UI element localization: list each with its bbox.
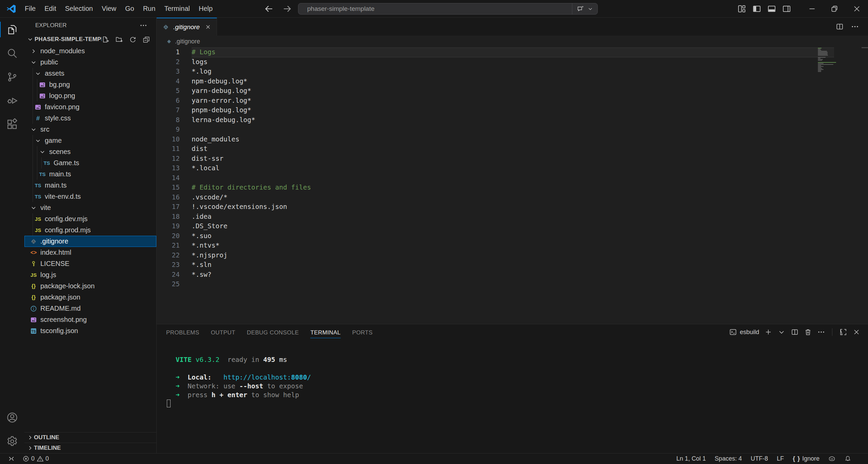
- line-text: .vscode/*: [192, 193, 834, 202]
- line-text: [192, 173, 834, 183]
- explorer-more-actions-button[interactable]: [139, 21, 147, 30]
- error-count: 0: [31, 455, 35, 462]
- customize-layout-icon[interactable]: [737, 4, 747, 14]
- tree-item-logo.png[interactable]: logo.png: [24, 90, 156, 101]
- tree-item-Game.ts[interactable]: TSGame.ts: [24, 157, 156, 169]
- launch-profile-chevron-icon[interactable]: [777, 328, 786, 336]
- tree-item-LICENSE[interactable]: LICENSE: [24, 258, 156, 269]
- forward-arrow-icon[interactable]: [282, 4, 292, 14]
- indentation[interactable]: Spaces: 4: [712, 455, 745, 462]
- breadcrumb[interactable]: .gitignore: [157, 36, 868, 47]
- activity-settings[interactable]: [0, 429, 24, 453]
- refresh-icon[interactable]: [129, 36, 137, 43]
- workspace-section-header[interactable]: PHASER-SIMPLE-TEMPL...: [24, 33, 156, 45]
- tree-item-vite[interactable]: vite: [24, 202, 156, 213]
- line-number: 16: [157, 193, 192, 202]
- panel-tab-debug-console[interactable]: DEBUG CONSOLE: [247, 326, 299, 338]
- tree-item-tsconfig.json[interactable]: TStsconfig.json: [24, 325, 156, 336]
- new-terminal-icon[interactable]: [764, 328, 772, 336]
- toggle-primary-sidebar-icon[interactable]: [752, 4, 762, 14]
- tree-item-assets[interactable]: assets: [24, 68, 156, 79]
- code-line: 14: [157, 173, 868, 183]
- close-window-button[interactable]: [846, 0, 868, 18]
- menu-view[interactable]: View: [97, 0, 121, 17]
- panel-tab-problems[interactable]: PROBLEMS: [166, 326, 199, 338]
- menu-help[interactable]: Help: [194, 0, 217, 17]
- command-center[interactable]: phaser-simple-template: [298, 3, 598, 15]
- new-folder-icon[interactable]: [115, 36, 123, 43]
- tree-item-log.js[interactable]: JSlog.js: [24, 269, 156, 281]
- activity-search[interactable]: [0, 41, 24, 65]
- activity-extensions[interactable]: [0, 113, 24, 136]
- back-arrow-icon[interactable]: [264, 4, 274, 14]
- panel-tab-ports[interactable]: PORTS: [352, 326, 373, 338]
- toggle-secondary-sidebar-icon[interactable]: [782, 4, 791, 14]
- minimize-button[interactable]: [801, 0, 823, 18]
- kill-terminal-icon[interactable]: [804, 328, 812, 336]
- new-file-icon[interactable]: [102, 36, 110, 43]
- activity-source-control[interactable]: [0, 65, 24, 89]
- eol-sequence[interactable]: LF: [774, 455, 787, 462]
- sidebar-title-row: EXPLORER: [24, 18, 156, 33]
- activity-accounts[interactable]: [0, 406, 24, 429]
- code-editor[interactable]: 1# Logs2logs3*.log4npm-debug.log*5yarn-d…: [157, 47, 868, 324]
- tree-item-package-lock.json[interactable]: {}package-lock.json: [24, 281, 156, 292]
- maximize-panel-icon[interactable]: [839, 328, 847, 336]
- toggle-panel-icon[interactable]: [767, 4, 776, 14]
- terminal-instance[interactable]: esbuild: [729, 328, 759, 336]
- problems-indicator[interactable]: 0 0: [19, 455, 52, 462]
- panel-tab-terminal[interactable]: TERMINAL: [310, 326, 340, 338]
- tree-item-public[interactable]: public: [24, 57, 156, 68]
- tree-item-node_modules[interactable]: node_modules: [24, 45, 156, 57]
- language-mode[interactable]: { } Ignore: [790, 455, 823, 462]
- tree-item-screenshot.png[interactable]: screenshot.png: [24, 314, 156, 325]
- notifications[interactable]: [841, 455, 854, 462]
- line-number: 11: [157, 144, 192, 154]
- tree-item-.gitignore[interactable]: .gitignore: [24, 236, 156, 247]
- timeline-section[interactable]: TIMELINE: [24, 443, 156, 453]
- encoding[interactable]: UTF-8: [748, 455, 771, 462]
- restore-button[interactable]: [823, 0, 846, 18]
- menu-edit[interactable]: Edit: [40, 0, 60, 17]
- tree-item-favicon.png[interactable]: favicon.png: [24, 101, 156, 113]
- remote-indicator[interactable]: [5, 455, 18, 462]
- tree-item-config.prod.mjs[interactable]: JSconfig.prod.mjs: [24, 225, 156, 236]
- menu-file[interactable]: File: [20, 0, 40, 17]
- tree-item-label: package-lock.json: [40, 282, 95, 290]
- copilot-menu-button[interactable]: [572, 3, 597, 14]
- terminal-output[interactable]: VITE v6.3.2 ready in 495 ms ➜ Local: htt…: [157, 340, 868, 453]
- line-number: 12: [157, 154, 192, 164]
- tree-item-vite-env.d.ts[interactable]: TSvite-env.d.ts: [24, 191, 156, 202]
- menu-go[interactable]: Go: [121, 0, 139, 17]
- activity-run-debug[interactable]: [0, 89, 24, 113]
- tree-item-game[interactable]: game: [24, 135, 156, 146]
- minimap[interactable]: [818, 48, 836, 73]
- tree-item-bg.png[interactable]: bg.png: [24, 79, 156, 90]
- activity-explorer[interactable]: [0, 18, 24, 41]
- tree-item-src[interactable]: src: [24, 124, 156, 135]
- tree-item-README.md[interactable]: README.md: [24, 303, 156, 314]
- close-panel-icon[interactable]: [852, 328, 861, 336]
- outline-section[interactable]: OUTLINE: [24, 432, 156, 443]
- menu-terminal[interactable]: Terminal: [160, 0, 194, 17]
- tree-item-config.dev.mjs[interactable]: JSconfig.dev.mjs: [24, 213, 156, 225]
- tree-item-main.ts[interactable]: TSmain.ts: [24, 180, 156, 191]
- tree-item-style.css[interactable]: #style.css: [24, 113, 156, 124]
- tab-gitignore[interactable]: .gitignore: [157, 18, 217, 36]
- panel-more-actions-icon[interactable]: [817, 328, 825, 336]
- collapse-all-icon[interactable]: [142, 36, 150, 43]
- tree-item-package.json[interactable]: {}package.json: [24, 292, 156, 303]
- split-terminal-icon[interactable]: [791, 328, 799, 336]
- tab-close-button[interactable]: [205, 24, 211, 30]
- copilot-status[interactable]: [825, 455, 839, 462]
- menu-run[interactable]: Run: [139, 0, 160, 17]
- more-actions-icon[interactable]: [851, 22, 859, 31]
- cursor-position[interactable]: Ln 1, Col 1: [673, 455, 709, 462]
- tree-item-scenes[interactable]: scenes: [24, 146, 156, 157]
- panel-tab-output[interactable]: OUTPUT: [211, 326, 235, 338]
- split-editor-icon[interactable]: [835, 22, 844, 31]
- line-number: 17: [157, 202, 192, 212]
- menu-selection[interactable]: Selection: [61, 0, 97, 17]
- tree-item-index.html[interactable]: <>index.html: [24, 247, 156, 258]
- tree-item-main.ts[interactable]: TSmain.ts: [24, 169, 156, 180]
